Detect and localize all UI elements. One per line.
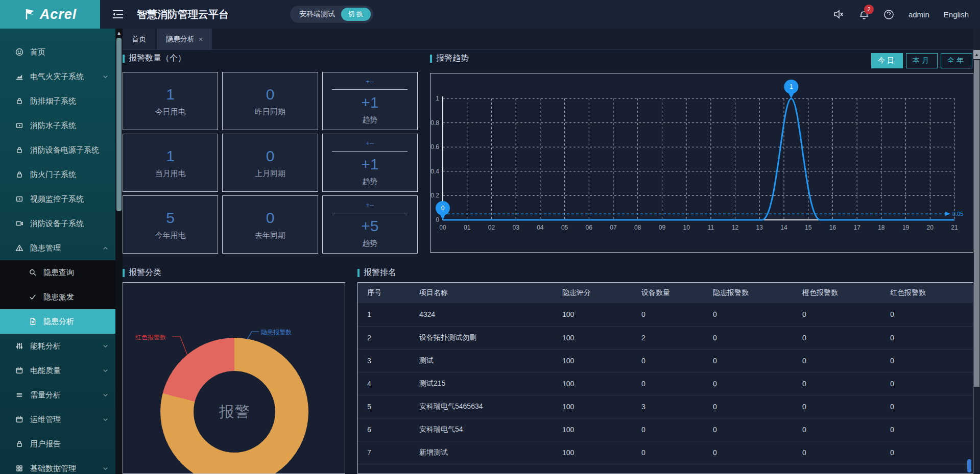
table-row[interactable]: 143241000000 (358, 303, 973, 326)
tab-close-icon[interactable]: × (199, 35, 203, 43)
trend-value: +5 (361, 217, 378, 235)
stat-label: 趋势 (362, 115, 377, 125)
table-scroll-thumb[interactable] (967, 459, 971, 472)
table-cell: 0 (881, 441, 973, 464)
table-cell: 0 (632, 349, 704, 372)
table-cell: 100 (553, 395, 632, 418)
sidebar-item-消防设备子系统[interactable]: 消防设备子系统 (0, 211, 115, 236)
sidebar-item-消防水子系统[interactable]: 消防水子系统 (0, 113, 115, 138)
sidebar-item-消防设备电源子系统[interactable]: 消防设备电源子系统 (0, 138, 115, 162)
trend-top-value: +-- (366, 139, 374, 147)
table-row[interactable]: 4测试2151000000 (358, 372, 973, 395)
notification-count-badge: 2 (864, 5, 874, 14)
calendar-icon (15, 366, 24, 375)
table-cell: 0 (793, 372, 881, 395)
title-accent-bar (123, 269, 125, 277)
trend-card-+1: +-- +1趋势 (322, 72, 418, 130)
svg-text:06: 06 (586, 224, 593, 231)
range-button-本月[interactable]: 本月 (906, 53, 938, 68)
table-cell: 1 (358, 303, 410, 326)
sound-icon[interactable] (833, 9, 845, 19)
table-cell: 2 (632, 326, 704, 349)
range-button-全年[interactable]: 全年 (941, 53, 972, 68)
stat-label: 昨日同期 (255, 107, 285, 117)
title-accent-bar (357, 269, 360, 277)
svg-text:0.05: 0.05 (952, 211, 963, 217)
sidebar-item-能耗分析[interactable]: 能耗分析 (0, 334, 115, 358)
trend-card-+1: +-- +1趋势 (322, 134, 418, 192)
sidebar-item-隐患分析[interactable]: 隐患分析 (0, 309, 115, 334)
table-header-row: 序号项目名称隐患评分设备数量隐患报警数橙色报警数红色报警数 (358, 283, 973, 303)
sidebar-item-隐患派发[interactable]: 隐患派发 (0, 285, 115, 309)
table-cell: 0 (704, 372, 793, 395)
sidebar-item-视频监控子系统[interactable]: 视频监控子系统 (0, 187, 115, 211)
svg-text:04: 04 (537, 224, 544, 231)
sidebar-scroll-up-icon[interactable]: ▲ (115, 29, 123, 37)
tab-隐患分析[interactable]: 隐患分析× (157, 29, 212, 49)
page-scroll-thumb[interactable] (974, 60, 979, 387)
divider (332, 213, 408, 213)
language-switch[interactable]: English (944, 10, 969, 19)
tab-label: 隐患分析 (166, 35, 195, 44)
sidebar-item-label: 视频监控子系统 (30, 194, 108, 204)
alarm-category-title: 报警分类 (123, 267, 161, 278)
stat-label: 今日用电 (155, 107, 186, 117)
stat-card-去年同期: 0去年同期 (222, 195, 318, 254)
help-icon[interactable] (883, 9, 894, 20)
sidebar-item-label: 消防水子系统 (30, 121, 108, 131)
table-cell: 0 (793, 395, 881, 418)
sidebar-item-防火门子系统[interactable]: 防火门子系统 (0, 162, 115, 187)
smile-icon (15, 48, 24, 56)
sidebar-item-隐患查询[interactable]: 隐患查询 (0, 260, 115, 285)
table-row[interactable]: 7新增测试1000000 (358, 441, 973, 464)
page-scroll-up-icon[interactable]: ▲ (973, 50, 980, 59)
calendar-icon (15, 415, 24, 423)
table-cell: 0 (881, 395, 973, 418)
table-row[interactable]: 2设备拓扑测试勿删1002000 (358, 326, 973, 349)
sidebar-item-电气火灾子系统[interactable]: 电气火灾子系统 (0, 64, 115, 89)
table-cell: 100 (553, 326, 632, 349)
range-button-今日[interactable]: 今日 (871, 53, 903, 68)
alarm-category-panel: 报警红色报警数隐患报警数 (123, 282, 345, 474)
column-header-序号: 序号 (358, 283, 410, 303)
search-icon (29, 268, 37, 277)
sidebar-scroll-thumb[interactable] (116, 38, 122, 211)
sidebar-collapse-icon[interactable] (112, 10, 124, 19)
svg-text:19: 19 (902, 224, 910, 231)
user-menu[interactable]: admin (909, 10, 929, 19)
sidebar-item-label: 电能质量 (30, 366, 101, 376)
column-header-设备数量: 设备数量 (632, 283, 704, 303)
switch-project-button[interactable]: 切 换 (341, 8, 371, 21)
sidebar-scrollbar[interactable]: ▲ (115, 29, 123, 474)
table-cell: 0 (881, 326, 973, 349)
svg-text:18: 18 (878, 224, 885, 231)
sidebar-item-防排烟子系统[interactable]: 防排烟子系统 (0, 89, 115, 113)
sidebar-item-电能质量[interactable]: 电能质量 (0, 358, 115, 383)
svg-text:0.8: 0.8 (431, 119, 439, 127)
table-cell: 0 (632, 372, 704, 395)
sidebar-item-隐患管理[interactable]: 隐患管理 (0, 236, 115, 260)
column-header-隐患报警数: 隐患报警数 (704, 283, 793, 303)
stat-card-上月同期: 0上月同期 (222, 134, 318, 192)
notification-bell-icon[interactable]: 2 (859, 9, 869, 20)
page-scrollbar[interactable]: ▲ (973, 29, 980, 474)
table-row[interactable]: 3测试1000000 (358, 349, 973, 372)
logo-text: Acrel (40, 7, 77, 22)
lock-icon (15, 146, 24, 154)
stat-value: 5 (166, 209, 175, 227)
table-row[interactable]: 5安科瑞电气54656341003000 (358, 395, 973, 418)
table-cell: 100 (553, 441, 632, 464)
table-cell: 0 (632, 441, 704, 464)
table-row[interactable]: 6安科瑞电气541000000 (358, 418, 973, 441)
sidebar-item-需量分析[interactable]: 需量分析 (0, 383, 115, 407)
stat-value: 0 (266, 86, 275, 103)
sidebar-item-运维管理[interactable]: 运维管理 (0, 407, 115, 432)
sidebar-item-基础数据管理[interactable]: 基础数据管理 (0, 456, 115, 474)
chart-icon (15, 72, 24, 81)
tab-首页[interactable]: 首页 (123, 29, 155, 49)
sidebar-item-用户报告[interactable]: 用户报告 (0, 432, 115, 456)
table-cell: 0 (704, 441, 793, 464)
alarm-trend-panel: 00.20.40.60.8100010203040506070809101112… (430, 73, 973, 253)
sidebar-item-首页[interactable]: 首页 (0, 40, 115, 64)
table-cell: 3 (358, 349, 410, 372)
